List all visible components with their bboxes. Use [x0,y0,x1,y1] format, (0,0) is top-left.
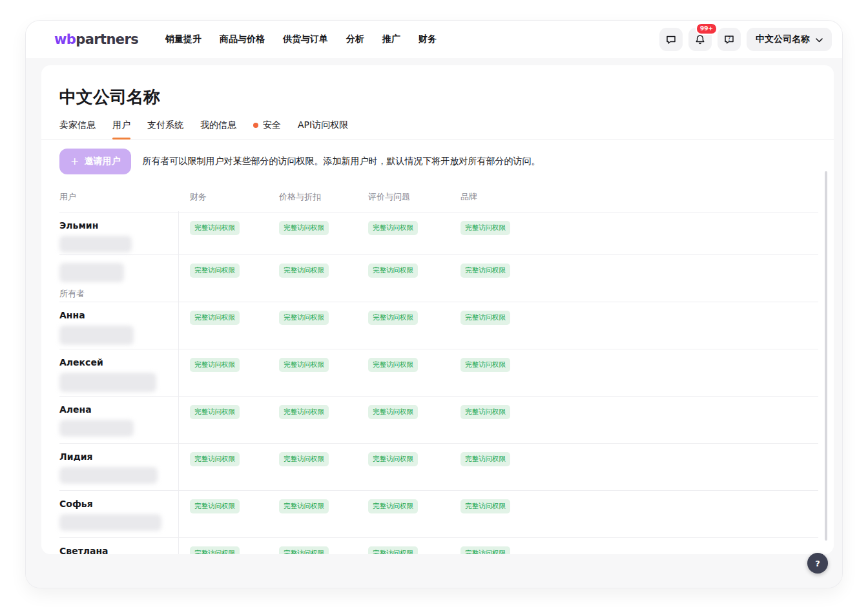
chat-icon [665,34,677,45]
tab-3[interactable]: 支付系统 [147,119,183,139]
user-cell: Светлана [59,546,190,554]
full-access-badge[interactable]: 完整访问权限 [368,546,418,554]
permission-cell: 完整访问权限 [368,220,460,254]
user-cell: Лидия [59,451,190,490]
tab-label: 支付系统 [147,119,183,131]
col-header-finance: 财务 [190,191,279,203]
full-access-badge[interactable]: 完整访问权限 [368,452,418,466]
permission-cell: 完整访问权限 [190,546,279,554]
table-row: Софья完整访问权限完整访问权限完整访问权限完整访问权限 [59,491,818,538]
full-access-badge[interactable]: 完整访问权限 [190,221,240,235]
full-access-badge[interactable]: 完整访问权限 [460,499,510,513]
users-table: 用户 财务 价格与折扣 评价与问题 品牌 Эльмин完整访问权限完整访问权限完… [59,182,834,554]
logo-wb: wb [54,32,76,47]
tab-label: API访问权限 [298,119,348,131]
full-access-badge[interactable]: 完整访问权限 [279,405,329,419]
full-access-badge[interactable]: 完整访问权限 [460,546,510,554]
user-name: Алена [59,404,190,415]
permission-cell: 完整访问权限 [368,499,460,537]
col-header-reviews: 评价与问题 [368,191,460,203]
user-name: Светлана [59,546,190,554]
topbar-actions: 99+ ? 中文公司名称 [659,28,832,51]
svg-text:?: ? [728,36,730,42]
full-access-badge[interactable]: 完整访问权限 [368,405,418,419]
full-access-badge[interactable]: 完整访问权限 [279,546,329,554]
full-access-badge[interactable]: 完整访问权限 [368,499,418,513]
user-name: Эльмин [59,220,190,231]
nav-item-4[interactable]: 分析 [346,34,364,45]
permission-cell: 完整访问权限 [460,310,818,349]
tab-2[interactable]: 用户 [112,119,130,139]
account-name: 中文公司名称 [756,34,810,45]
full-access-badge[interactable]: 完整访问权限 [190,499,240,513]
chat-button[interactable] [659,28,683,51]
wbpartners-logo[interactable]: wbpartners [54,32,138,47]
full-access-badge[interactable]: 完整访问权限 [460,264,510,278]
full-access-badge[interactable]: 完整访问权限 [460,452,510,466]
user-role: 所有者 [59,288,190,300]
permission-cell: 完整访问权限 [460,546,818,554]
nav-item-3[interactable]: 供货与订单 [283,34,328,45]
tab-5[interactable]: 安全 [253,119,281,139]
invite-user-button[interactable]: + 邀请用户 [59,149,131,174]
redacted-contact [59,373,156,392]
tab-4[interactable]: 我的信息 [200,119,236,139]
settings-tabs: 卖家信息用户支付系统我的信息安全API访问权限 [41,119,834,140]
notification-count-badge: 99+ [696,23,718,35]
full-access-badge[interactable]: 完整访问权限 [190,358,240,372]
full-access-badge[interactable]: 完整访问权限 [368,264,418,278]
col-header-user: 用户 [59,191,190,203]
full-access-badge[interactable]: 完整访问权限 [279,358,329,372]
app-window: wbpartners 销量提升商品与价格供货与订单分析推广财务 99+ [26,21,842,588]
chevron-down-icon [816,34,823,45]
full-access-badge[interactable]: 完整访问权限 [190,405,240,419]
full-access-badge[interactable]: 完整访问权限 [279,499,329,513]
full-access-badge[interactable]: 完整访问权限 [190,546,240,554]
notifications-button[interactable]: 99+ [688,28,712,51]
tab-label: 我的信息 [200,119,236,131]
main-nav: 销量提升商品与价格供货与订单分析推广财务 [165,34,437,45]
user-name: Анна [59,310,190,320]
redacted-contact [59,326,134,345]
full-access-badge[interactable]: 完整访问权限 [460,358,510,372]
full-access-badge[interactable]: 完整访问权限 [279,264,329,278]
permission-cell: 完整访问权限 [190,310,279,349]
full-access-badge[interactable]: 完整访问权限 [190,264,240,278]
tab-1[interactable]: 卖家信息 [59,119,96,139]
permission-cell: 完整访问权限 [460,357,818,396]
page-title: 中文公司名称 [59,86,834,109]
permission-cell: 完整访问权限 [460,220,818,254]
full-access-badge[interactable]: 完整访问权限 [279,452,329,466]
help-button[interactable]: ? [718,28,741,51]
table-header: 用户 财务 价格与折扣 评价与问题 品牌 [59,182,818,212]
user-cell: Алена [59,404,190,443]
full-access-badge[interactable]: 完整访问权限 [368,311,418,325]
full-access-badge[interactable]: 完整访问权限 [368,358,418,372]
full-access-badge[interactable]: 完整访问权限 [279,221,329,235]
full-access-badge[interactable]: 完整访问权限 [460,311,510,325]
full-access-badge[interactable]: 完整访问权限 [460,405,510,419]
full-access-badge[interactable]: 完整访问权限 [190,311,240,325]
nav-item-1[interactable]: 销量提升 [165,34,202,45]
nav-item-6[interactable]: 财务 [418,34,437,45]
full-access-badge[interactable]: 完整访问权限 [368,221,418,235]
user-cell: Эльмин [59,220,190,254]
table-scrollbar[interactable] [825,171,827,541]
permission-cell: 完整访问权限 [279,310,368,349]
permission-cell: 完整访问权限 [368,451,460,490]
permission-cell: 完整访问权限 [460,404,818,443]
account-menu-button[interactable]: 中文公司名称 [747,28,832,51]
security-alert-dot-icon [253,123,258,128]
full-access-badge[interactable]: 完整访问权限 [190,452,240,466]
permission-cell: 完整访问权限 [460,451,818,490]
nav-item-2[interactable]: 商品与价格 [220,34,265,45]
full-access-badge[interactable]: 完整访问权限 [460,221,510,235]
tab-6[interactable]: API访问权限 [298,119,348,139]
redacted-contact [59,236,132,253]
user-cell: 所有者 [59,263,190,302]
help-fab-button[interactable]: ? [807,553,828,574]
permission-cell: 完整访问权限 [368,310,460,349]
permission-cell: 完整访问权限 [190,357,279,396]
nav-item-5[interactable]: 推广 [382,34,400,45]
full-access-badge[interactable]: 完整访问权限 [279,311,329,325]
